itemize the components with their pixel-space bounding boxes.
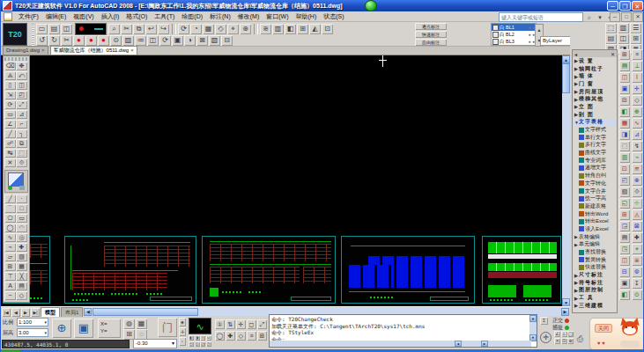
- toolbar-icon[interactable]: ▭: [36, 24, 48, 34]
- menu-item[interactable]: 工具(T): [151, 12, 178, 21]
- status-tool-icon[interactable]: ▫: [179, 337, 186, 346]
- modify-tool-icon[interactable]: ◰: [16, 91, 27, 99]
- menu-item[interactable]: 修改(M): [234, 12, 263, 21]
- toolbar-icon[interactable]: ⟳: [159, 35, 171, 46]
- right-toolbar-icon[interactable]: ◲: [619, 221, 630, 231]
- draw-tool-icon[interactable]: A: [4, 282, 16, 290]
- right-toolbar-icon[interactable]: ◬: [632, 209, 642, 220]
- modify-tool-icon[interactable]: ⟐: [16, 158, 27, 167]
- toolbar-icon[interactable]: ●: [73, 35, 85, 46]
- drawing-canvas[interactable]: ⌫✥⟁⤺▯◫⇲◰⟳⤢▭⊿∠⌐╱┐☍⧉↹⬚✕⟐ ╱·⌒□⬠▭◯◠∿◎⌁✚▱▨⊞▦⊤…: [1, 55, 570, 306]
- status-tool-icon[interactable]: ▦: [136, 319, 147, 329]
- snap-mode-icon[interactable]: ✕: [554, 338, 560, 344]
- toolbar-icon[interactable]: ⊙: [110, 35, 122, 46]
- mini-tool-icon[interactable]: ⊓: [200, 335, 205, 341]
- restore-button[interactable]: ❐: [619, 1, 631, 11]
- layout-nav-button[interactable]: |◀: [2, 308, 11, 317]
- screen-menu-item[interactable]: ▶图层控制: [573, 287, 617, 295]
- right-toolbar-icon[interactable]: ⊹: [632, 198, 642, 209]
- snap-mode-icon[interactable]: ⊗: [567, 338, 574, 344]
- draw-tool-icon[interactable]: ▭: [16, 214, 27, 223]
- right-toolbar-icon[interactable]: ⌇: [632, 72, 642, 83]
- toolbar-grip[interactable]: [32, 35, 34, 46]
- drafting-toggle-icon[interactable]: ①: [215, 319, 225, 329]
- globe-button[interactable]: ⊕: [52, 319, 71, 338]
- toolbar-icon[interactable]: ↩: [145, 24, 157, 34]
- toolbar-icon[interactable]: ≋: [260, 24, 271, 34]
- screen-menu-item[interactable]: ▶符号标注: [573, 279, 617, 287]
- drafting-toggle-icon[interactable]: ◻: [247, 319, 256, 329]
- right-toolbar-icon[interactable]: ⊞: [619, 49, 630, 60]
- screen-menu-item[interactable]: 文字样式: [573, 126, 617, 134]
- screen-menu-item[interactable]: 递增文字: [573, 165, 617, 172]
- draw-tool-icon[interactable]: ⊤: [4, 272, 16, 281]
- right-toolbar-icon[interactable]: ◰: [619, 175, 630, 186]
- toolbar-icon[interactable]: ◔: [190, 24, 202, 34]
- screen-menu-item[interactable]: ▶房间屋顶: [573, 88, 617, 96]
- scroll-thumb[interactable]: [93, 308, 198, 316]
- tray-side-button[interactable]: Σ: [540, 317, 548, 325]
- chevron-down-icon[interactable]: ▾: [596, 14, 604, 21]
- screen-menu-item[interactable]: 繁简转换: [573, 256, 617, 264]
- screen-menu-item[interactable]: 单行文字: [573, 134, 617, 142]
- command-horizontal-scrollbar[interactable]: ◀ ▶: [270, 341, 531, 347]
- layout-tab[interactable]: 模型: [41, 307, 60, 317]
- scroll-up-icon[interactable]: ▲: [529, 315, 537, 322]
- dimension-text-button[interactable]: 自由标注: [415, 39, 447, 46]
- screen-menu-item[interactable]: ▶轴网柱子: [573, 65, 617, 73]
- right-toolbar-icon[interactable]: ▤: [619, 232, 630, 243]
- mini-tool-icon[interactable]: ◱: [195, 341, 200, 347]
- toolbar-icon[interactable]: ◭: [309, 24, 321, 34]
- draw-tool-icon[interactable]: ▱: [4, 253, 16, 261]
- scroll-up-icon[interactable]: ▲: [562, 55, 570, 63]
- right-toolbar-icon[interactable]: ⊚: [632, 267, 642, 277]
- menu-item[interactable]: 格式(O): [122, 12, 151, 21]
- draw-tool-icon[interactable]: ╳: [16, 272, 27, 281]
- layer-listbox[interactable]: 白 BL1● ●白 BL2● ●白 BL3● ● ▲ ▼: [491, 23, 537, 46]
- menu-item[interactable]: 帮助(H): [292, 12, 321, 21]
- toolbar-icon[interactable]: ⊞: [297, 24, 308, 34]
- right-toolbar-icon[interactable]: ▦: [619, 118, 630, 128]
- status-tool-icon[interactable]: ◈: [179, 318, 186, 326]
- draw-tool-icon[interactable]: ✚: [16, 243, 27, 252]
- screen-menu-item[interactable]: 新建表格: [573, 202, 617, 210]
- screen-menu-item[interactable]: ▶表格编辑: [573, 233, 617, 241]
- command-line-window[interactable]: 命令: T20ChangeCheck加载天正菜单文件: C:\Tangent\T…: [269, 314, 537, 348]
- corner-tool-icon[interactable]: ▤: [605, 33, 617, 44]
- drafting-toggle-icon[interactable]: ◇: [236, 331, 246, 341]
- scroll-right-icon[interactable]: ▶: [561, 308, 569, 316]
- calculator-display-button[interactable]: ∿: [189, 318, 211, 334]
- menu-item[interactable]: 标注(N): [206, 12, 234, 21]
- search-input[interactable]: [499, 12, 583, 22]
- printer-icon[interactable]: ⎙: [577, 334, 583, 344]
- right-toolbar-icon[interactable]: ⟐: [632, 187, 642, 197]
- drafting-toggle-icon[interactable]: ≡: [247, 331, 256, 341]
- mini-tool-icon[interactable]: ◨: [195, 335, 200, 341]
- close-icon[interactable]: ×: [41, 47, 45, 55]
- right-toolbar-icon[interactable]: ⌁: [632, 152, 642, 163]
- mini-tool-icon[interactable]: ◰: [189, 341, 194, 347]
- right-toolbar-icon[interactable]: ◳: [619, 244, 630, 254]
- toolbar-icon[interactable]: ⟳: [178, 24, 189, 34]
- right-toolbar-icon[interactable]: ◱: [619, 198, 630, 209]
- toolbar-icon[interactable]: ▨: [122, 35, 134, 46]
- right-toolbar-icon[interactable]: ◨: [619, 129, 630, 140]
- toolbar-grip[interactable]: [32, 24, 34, 34]
- right-toolbar-icon[interactable]: ⊙: [632, 290, 642, 300]
- screen-menu-item[interactable]: 文字转化: [573, 180, 617, 187]
- menu-item[interactable]: 视图(V): [70, 12, 97, 21]
- toolbar-icon[interactable]: ▦: [203, 24, 214, 34]
- corner-tool-icon[interactable]: ◫: [618, 33, 629, 44]
- toolbar-icon[interactable]: ⊠: [196, 35, 208, 46]
- toolbar-icon[interactable]: ▧: [209, 35, 220, 46]
- draw-tool-icon[interactable]: ·: [16, 194, 27, 203]
- toolbar-icon[interactable]: ⧉: [133, 24, 144, 34]
- document-system-icon[interactable]: [4, 12, 12, 21]
- modify-tool-icon[interactable]: ⌐: [16, 120, 27, 128]
- toolbar-icon[interactable]: ◑: [184, 35, 196, 46]
- right-toolbar-icon[interactable]: ⊡: [619, 164, 630, 174]
- doc-minimize-button[interactable]: ─: [610, 12, 620, 22]
- draw-tool-icon[interactable]: ⬠: [4, 214, 16, 223]
- close-button[interactable]: ✕: [632, 1, 643, 11]
- snap-mode-icon[interactable]: ⊡: [561, 338, 567, 344]
